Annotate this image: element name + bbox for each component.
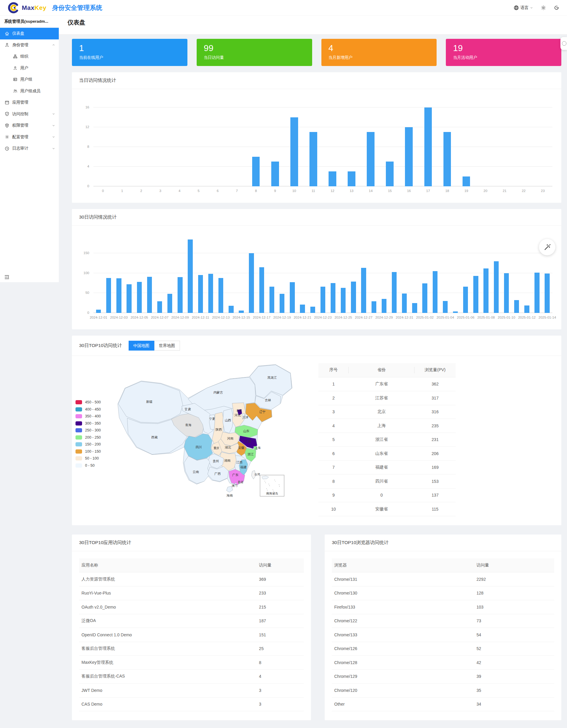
bar-2024-12-10[interactable] (188, 239, 193, 313)
settings-gear-icon[interactable] (541, 5, 546, 10)
table-cell: Chrome/133 (332, 628, 474, 642)
help-tool-button[interactable] (560, 37, 567, 50)
bar-2025-01-01[interactable] (412, 303, 417, 313)
legend-item[interactable]: 100 - 150 (76, 449, 115, 454)
legend-item[interactable]: 50 - 100 (76, 456, 115, 460)
monthly-visits-x-axis: 2024-12-012024-12-032024-12-052024-12-07… (93, 316, 552, 325)
logout-icon[interactable] (554, 5, 559, 10)
legend-item[interactable]: 300 - 350 (76, 421, 115, 426)
sidebar-item-应用管理[interactable]: 应用管理 (0, 97, 59, 108)
map-tab-中国地图[interactable]: 中国地图 (129, 341, 154, 351)
table-row: Chrome/12035 (332, 684, 554, 698)
bar-2024-12-03[interactable] (116, 278, 121, 313)
bar-18[interactable] (443, 132, 451, 186)
bar-2024-12-13[interactable] (219, 278, 223, 313)
bar-16[interactable] (405, 127, 413, 186)
bar-2024-12-12[interactable] (208, 274, 213, 313)
bar-2024-12-25[interactable] (341, 288, 345, 313)
legend-swatch (76, 407, 82, 411)
bar-11[interactable] (309, 132, 317, 186)
bar-2024-12-21[interactable] (300, 305, 305, 313)
bar-2025-01-05[interactable] (453, 311, 458, 313)
sidebar-item-仪表盘[interactable]: 仪表盘 (0, 28, 59, 39)
bar-2024-12-08[interactable] (168, 294, 172, 313)
bar-2025-01-13[interactable] (534, 273, 539, 313)
bar-2025-01-03[interactable] (433, 271, 437, 313)
x-tick-label: 2025-01-02 (416, 316, 434, 319)
bar-8[interactable] (252, 157, 260, 186)
sidebar-item-配置管理[interactable]: 配置管理 (0, 131, 59, 143)
annotate-wand-button[interactable] (539, 239, 555, 255)
x-tick-label: 2024-12-25 (334, 316, 352, 319)
bar-2024-12-26[interactable] (351, 282, 356, 313)
menu-fold-icon[interactable] (4, 274, 10, 280)
province-label-河南: 河南 (227, 437, 234, 440)
bar-2025-01-07[interactable] (473, 276, 478, 313)
bar-2024-12-14[interactable] (229, 306, 234, 313)
x-tick-label: 23 (541, 189, 545, 193)
current-user-label[interactable]: 系统管理员(superadm... (0, 15, 59, 28)
bar-2024-12-02[interactable] (106, 278, 111, 313)
bar-2024-12-23[interactable] (320, 287, 325, 313)
bar-15[interactable] (386, 162, 394, 186)
bar-2024-12-01[interactable] (96, 310, 101, 313)
idcard-icon (13, 77, 17, 82)
legend-item[interactable]: 200 - 250 (76, 435, 115, 440)
bar-2024-12-31[interactable] (402, 294, 407, 313)
map-tab-世界地图[interactable]: 世界地图 (154, 341, 180, 351)
bar-2024-12-16[interactable] (249, 253, 254, 313)
bar-2024-12-30[interactable] (392, 272, 397, 313)
bar-19[interactable] (462, 176, 470, 186)
bar-2025-01-08[interactable] (483, 268, 488, 313)
sidebar-item-身份管理[interactable]: 身份管理 (0, 39, 59, 51)
sidebar-item-label: 身份管理 (12, 42, 28, 48)
legend-item[interactable]: 350 - 400 (76, 414, 115, 418)
x-tick-label: 2 (140, 189, 142, 193)
bar-10[interactable] (290, 117, 298, 186)
sidebar-item-日志审计[interactable]: 日志审计 (0, 143, 59, 154)
bar-2024-12-11[interactable] (198, 275, 203, 313)
bar-2025-01-04[interactable] (443, 301, 448, 313)
bar-2024-12-18[interactable] (270, 287, 274, 313)
sidebar-item-用户组成员[interactable]: 用户组成员 (0, 85, 59, 97)
bar-2025-01-14[interactable] (545, 274, 549, 313)
sidebar-item-用户[interactable]: 用户 (0, 62, 59, 74)
legend-item[interactable]: 450 - 500 (76, 400, 115, 404)
bar-2025-01-11[interactable] (514, 300, 519, 313)
bar-2024-12-22[interactable] (310, 307, 315, 313)
bar-2025-01-12[interactable] (524, 305, 529, 313)
bar-2025-01-10[interactable] (504, 273, 509, 313)
bar-2024-12-04[interactable] (127, 284, 131, 313)
sidebar-item-组织[interactable]: 组织 (0, 51, 59, 62)
bar-2024-12-28[interactable] (371, 301, 376, 313)
bar-2024-12-09[interactable] (178, 277, 182, 313)
legend-item[interactable]: 150 - 200 (76, 442, 115, 446)
table-row: Chrome/12273 (332, 614, 554, 628)
sidebar-item-访问控制[interactable]: 访问控制 (0, 108, 59, 120)
bar-2024-12-27[interactable] (361, 268, 366, 313)
legend-item[interactable]: 400 - 450 (76, 407, 115, 411)
bar-9[interactable] (271, 162, 279, 186)
bar-2024-12-20[interactable] (290, 282, 294, 313)
bar-12[interactable] (328, 171, 336, 186)
bar-2025-01-06[interactable] (463, 287, 468, 313)
china-map[interactable]: 黑龙江吉林辽宁内蒙古新疆西藏青海甘肃宁夏陕西山西河北北京天津山东河南江苏安徽上海… (115, 360, 293, 499)
bar-2024-12-24[interactable] (331, 283, 335, 313)
bar-2025-01-02[interactable] (422, 283, 427, 313)
language-menu[interactable]: 语言 (514, 5, 533, 10)
bar-2024-12-17[interactable] (259, 267, 264, 313)
bar-17[interactable] (424, 107, 432, 186)
bar-13[interactable] (348, 171, 355, 186)
bar-2024-12-06[interactable] (147, 277, 152, 313)
sidebar-item-用户组[interactable]: 用户组 (0, 74, 59, 85)
bar-2024-12-15[interactable] (239, 311, 244, 313)
bar-2024-12-05[interactable] (137, 282, 142, 313)
legend-item[interactable]: 0 - 50 (76, 463, 115, 468)
bar-2024-12-19[interactable] (280, 294, 284, 313)
bar-2025-01-09[interactable] (494, 261, 499, 313)
sidebar-item-权限管理[interactable]: 权限管理 (0, 120, 59, 131)
legend-item[interactable]: 250 - 300 (76, 428, 115, 432)
bar-2024-12-07[interactable] (157, 301, 162, 313)
bar-2024-12-29[interactable] (382, 299, 386, 313)
bar-14[interactable] (367, 132, 374, 186)
